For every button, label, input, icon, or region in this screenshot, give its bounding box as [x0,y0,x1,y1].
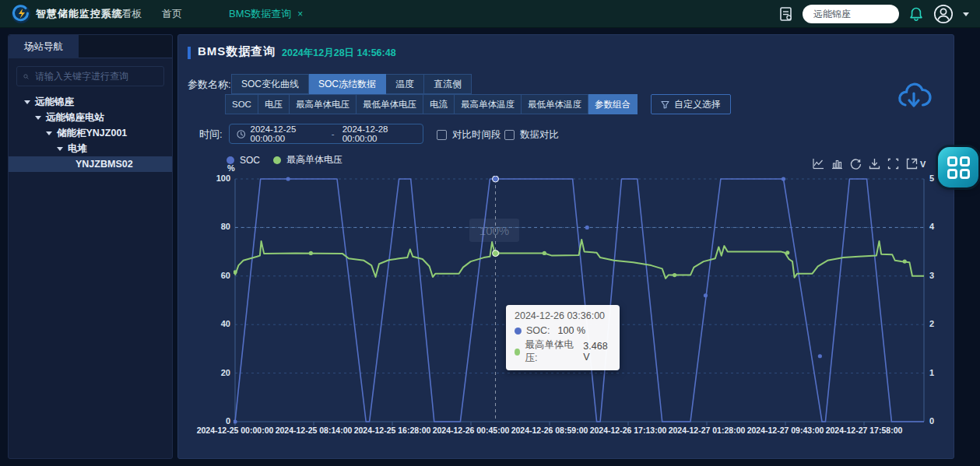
menu-item-dashboard[interactable]: 数据看板 [101,7,142,21]
chart-legend: SOC 最高单体电压 [227,153,350,166]
param-tab-dc-side[interactable]: 直流侧 [424,74,472,94]
sub-tab-min-cell-temp[interactable]: 最低单体温度 [522,94,588,114]
tooltip-row-voltage: 最高单体电压: 3.468 V [515,338,611,365]
tree-node-stack[interactable]: 电堆 [9,141,172,156]
data-zoom-reset-icon[interactable] [906,158,918,170]
sub-tab-max-cell-temp[interactable]: 最高单体温度 [455,94,522,114]
top-menu: 数据看板 首页 [101,0,182,28]
menu-item-home[interactable]: 首页 [162,7,182,21]
x-axis-tick: 2024-12-27 01:28:00 [664,426,750,435]
y-axis-tick: 40 [196,319,230,328]
y-axis-tick: 1 [929,368,934,377]
soc-series-dot [515,328,522,335]
legend-voltage-marker[interactable] [273,156,281,164]
custom-select-button[interactable]: 自定义选择 [651,94,731,114]
x-axis-tick: 2024-12-25 00:00:00 [192,426,278,435]
y-axis-tick: 2 [929,319,934,328]
report-document-icon[interactable] [779,6,793,22]
tree-expand-icon[interactable] [35,116,41,120]
tree-node-plant[interactable]: 远能锦座电站 [9,110,172,125]
search-icon [23,72,29,82]
chart-toolbox [813,158,918,170]
time-end-value[interactable]: 2024-12-28 00:00:00 [342,124,416,143]
right-axis-unit: V [920,159,926,169]
switch-to-bar-icon[interactable] [831,158,843,170]
grid-apps-icon [947,156,970,179]
y-axis-tick: 20 [196,368,230,377]
sidebar-search[interactable] [16,66,164,86]
tree-node-bms-selected[interactable]: YNJZBMS02 [9,156,172,172]
sub-tab-max-cell-voltage[interactable]: 最高单体电压 [290,94,357,114]
x-axis-tick: 2024-12-27 17:58:00 [821,426,907,435]
station-tree: 远能锦座 远能锦座电站 储能柜YNJZ001 电堆 YNJZBMS02 [9,94,172,172]
x-axis-tick: 2024-12-26 08:59:00 [507,426,592,435]
title-accent-bar [188,47,191,59]
sub-tab-min-cell-voltage[interactable]: 最低单体电压 [357,94,423,114]
sidebar-search-input[interactable] [33,70,157,82]
close-tab-icon[interactable]: × [297,9,303,19]
y-axis-tick: 3 [929,271,934,280]
param-tab-temperature[interactable]: 温度 [386,74,424,94]
time-separator: - [328,129,338,138]
y-axis-tick: 4 [929,222,934,231]
quick-panel-button[interactable] [938,147,978,187]
tree-node-cabinet[interactable]: 储能柜YNJZ001 [9,125,172,141]
y-axis-tick: 60 [196,271,230,280]
legend-soc-marker[interactable] [227,156,234,164]
sub-tab-current[interactable]: 电流 [423,94,455,114]
station-sidebar: 场站导航 远能锦座 远能锦座电站 储能柜YNJZ001 电堆 YNJZBMS02 [8,34,173,459]
x-axis-tick: 2024-12-25 16:28:00 [349,426,435,435]
date-range-picker[interactable]: 2024-12-25 00:00:00 - 2024-12-28 00:00:0… [229,124,423,144]
time-start-value[interactable]: 2024-12-25 00:00:00 [250,124,323,143]
y-axis-tick: 80 [196,222,230,231]
param-tab-soc-frozen[interactable]: SOC冻结数据 [309,74,386,94]
top-bar: 智慧储能监控系统 数据看板 首页 BMS数据查询 × [0,0,980,28]
axis-pointer-label: 100% [469,219,519,242]
current-datetime: 2024年12月28日 14:56:48 [282,47,396,60]
tab-bms-query[interactable]: BMS数据查询 × [229,0,303,28]
tree-expand-icon[interactable] [57,147,63,151]
export-download-cloud-icon[interactable] [895,79,933,117]
param-tab-soc-curve[interactable]: SOC变化曲线 [231,74,309,94]
tree-expand-icon[interactable] [24,100,30,104]
sidebar-tab-station-nav[interactable]: 场站导航 [9,35,79,58]
compare-data-checkbox[interactable]: 数据对比 [504,128,559,142]
notification-bell-icon[interactable] [908,6,924,22]
tooltip-timestamp: 2024-12-26 03:36:00 [515,310,611,321]
restore-icon[interactable] [850,158,862,170]
chart-tooltip: 2024-12-26 03:36:00 SOC: 100 % 最高单体电压: 3… [506,305,620,370]
app-logo-icon [11,4,31,24]
page-title: BMS数据查询 [198,44,276,59]
y-axis-tick: 5 [929,173,934,183]
switch-to-line-icon[interactable] [813,158,824,170]
station-search-box[interactable] [803,5,899,23]
tree-node-site[interactable]: 远能锦座 [9,94,172,110]
voltage-series-dot [515,349,520,356]
top-right-cluster [779,0,969,28]
clock-icon [237,129,245,139]
compare-timerange-checkbox[interactable]: 对比时间段 [437,128,501,142]
save-as-image-icon[interactable] [869,158,880,170]
time-label: 时间: [199,128,223,142]
y-axis-tick: 0 [196,416,230,426]
tree-expand-icon[interactable] [46,131,52,135]
checkbox-icon[interactable] [437,130,447,140]
data-zoom-icon[interactable] [887,158,899,170]
station-search-input[interactable] [812,8,890,20]
legend-voltage-label[interactable]: 最高单体电压 [286,153,342,166]
user-avatar-icon[interactable] [933,4,954,24]
user-menu-caret-icon[interactable] [963,12,969,16]
sub-tab-group: SOC 电压 最高单体电压 最低单体电压 电流 最高单体温度 最低单体温度 参数… [225,94,638,114]
y-axis-tick: 0 [929,416,934,426]
legend-soc-label[interactable]: SOC [240,155,260,166]
filter-funnel-icon [661,100,669,109]
x-axis-tick: 2024-12-26 17:13:00 [585,426,671,435]
x-axis-tick: 2024-12-26 00:45:00 [428,426,514,435]
sub-tab-soc[interactable]: SOC [225,94,258,114]
checkbox-icon[interactable] [504,130,515,140]
x-axis-tick: 2024-12-27 09:43:00 [743,426,828,435]
sub-tab-param-combo[interactable]: 参数组合 [588,94,638,114]
bms-line-chart[interactable] [234,176,927,426]
sub-tab-voltage[interactable]: 电压 [258,94,290,114]
y-axis-tick: 100 [196,173,230,183]
